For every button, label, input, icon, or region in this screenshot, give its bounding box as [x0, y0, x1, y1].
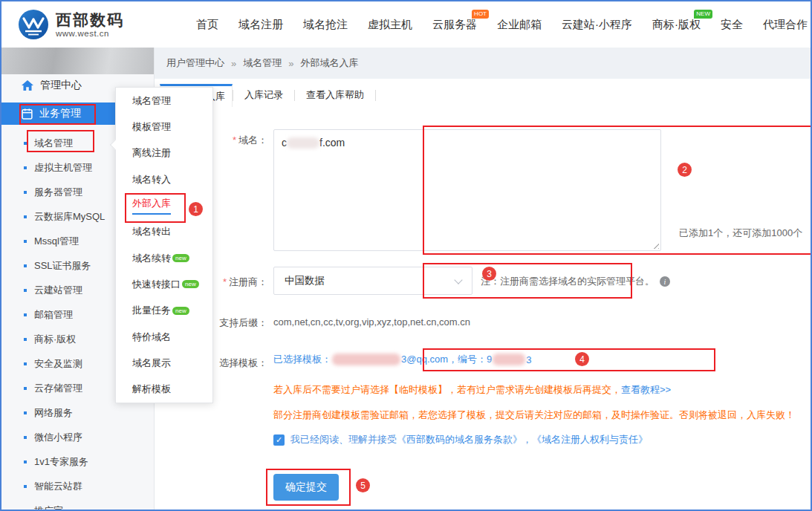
flyout-item-label: 批量任务 [132, 304, 171, 317]
nav-home[interactable]: 首页 [196, 18, 218, 32]
registrar-select[interactable]: 中国数据 [273, 267, 472, 295]
nav-security[interactable]: 安全 [721, 18, 743, 32]
redacted-email [332, 354, 400, 365]
flyout-item-template-management[interactable]: 模板管理 [116, 114, 212, 140]
step-badge-1: 1 [189, 202, 203, 216]
registrar-selected-value: 中国数据 [285, 274, 325, 287]
sidebar-item-label: SSL证书服务 [34, 259, 91, 273]
sidebar-item-label: 虚拟主机管理 [34, 161, 92, 175]
new-badge: new [182, 280, 199, 288]
step-badge-5: 5 [356, 478, 370, 492]
agreement-checkbox[interactable]: ✓ [273, 434, 285, 446]
domain-management-flyout: 域名管理 模板管理 离线注册 域名转入 外部入库 域名转出 域名续转new 快速… [115, 87, 213, 403]
breadcrumb-domain-management[interactable]: 域名管理 [243, 56, 282, 70]
flyout-item-fast-transfer-api[interactable]: 快速转接口new [116, 271, 212, 297]
sidebar-item-label: 云建站管理 [34, 284, 82, 297]
logo-text: 西部数码 www.west.cn [56, 11, 124, 38]
west-logo[interactable]: 西部数码 www.west.cn [18, 9, 124, 40]
registrar-note: 注：注册商需选择域名的实际管理平台。 i [481, 275, 670, 288]
bullet-icon [24, 289, 27, 292]
selected-template-link[interactable]: 已选择模板：3@qq.com，编号：93 [273, 353, 532, 366]
template-tip-text: 若入库后不需要过户请选择【临时模板】，若有过户需求请先创建模板后再提交， [273, 384, 621, 395]
nav-sitebuilder[interactable]: 云建站·小程序 [562, 18, 632, 32]
sidebar-item-smart-cloud[interactable]: 智能云站群 [1, 474, 154, 498]
page: 西部数码 www.west.cn 首页 域名注册 域名抢注 虚拟主机 云服务器H… [0, 0, 812, 511]
bullet-icon [24, 338, 27, 341]
resize-handle-icon[interactable] [652, 241, 659, 249]
tab-import-help[interactable]: 查看入库帮助 [295, 88, 375, 102]
new-badge: new [172, 254, 189, 262]
bullet-icon [24, 387, 27, 390]
nav-agent[interactable]: 代理合作 [763, 18, 808, 32]
flyout-active-label: 外部入库 [132, 197, 171, 215]
info-icon[interactable]: i [660, 276, 670, 287]
flyout-item-label: 快速转接口 [132, 278, 181, 291]
bullet-icon [24, 240, 27, 243]
view-tutorial-link[interactable]: 查看教程>> [621, 384, 671, 395]
new-badge: NEW [694, 10, 712, 19]
nav-cloud-server[interactable]: 云服务器HOT [432, 18, 477, 32]
nav-virtual-host[interactable]: 虚拟主机 [368, 18, 412, 32]
sidebar-home-label: 管理中心 [40, 79, 82, 92]
flyout-item-offline-register[interactable]: 离线注册 [116, 140, 212, 166]
sidebar-item-label: 1v1专家服务 [34, 455, 88, 469]
required-mark: * [233, 134, 236, 146]
flyout-item-batch-tasks[interactable]: 批量任务new [116, 298, 212, 324]
sidebar-item-wechat-miniprogram[interactable]: 微信小程序 [1, 425, 154, 449]
flyout-item-special-price-domains[interactable]: 特价域名 [116, 324, 212, 350]
main-content: 外部域名入库 入库记录 查看入库帮助 *域名： cf.com 已添加1个，还可添… [155, 79, 811, 510]
breadcrumb-user-center[interactable]: 用户管理中心 [166, 56, 224, 70]
sidebar-item-label: 网络服务 [34, 406, 73, 420]
step-badge-3: 3 [482, 267, 496, 281]
redacted-domain [287, 137, 319, 149]
tab-import-records[interactable]: 入库记录 [233, 88, 294, 102]
sidebar-item-expert-service[interactable]: 1v1专家服务 [1, 449, 154, 474]
sidebar-item-label: 智能云站群 [34, 480, 82, 493]
breadcrumb: 用户管理中心 » 域名管理 » 外部域名入库 [155, 48, 811, 79]
bullet-icon [24, 264, 27, 267]
grid-icon [22, 108, 33, 120]
sidebar-item-label: 域名管理 [34, 137, 73, 150]
required-mark: * [223, 276, 227, 287]
breadcrumb-current: 外部域名入库 [300, 56, 358, 70]
bullet-icon [24, 215, 27, 218]
bullet-icon [24, 166, 27, 169]
sidebar-item-label: 微信小程序 [34, 431, 82, 444]
home-icon [22, 80, 33, 91]
sidebar-item-network-service[interactable]: 网络服务 [1, 400, 154, 425]
flyout-item-domain-transfer-in[interactable]: 域名转入 [116, 166, 212, 192]
sidebar-item-label: 商标·版权 [34, 333, 76, 346]
bullet-icon [24, 485, 27, 488]
nav-trademark[interactable]: 商标·版权NEW [652, 18, 701, 32]
bullet-icon [24, 362, 27, 365]
service-terms-link[interactable]: 《西部数码的域名服务条款》 [397, 434, 522, 445]
nav-enterprise-mail[interactable]: 企业邮箱 [497, 18, 542, 32]
domain-label-text: 域名： [238, 134, 267, 146]
registrar-label-text: 注册商： [229, 276, 267, 287]
flyout-item-domain-transfer-out[interactable]: 域名转出 [116, 219, 212, 245]
bullet-icon [24, 411, 27, 414]
breadcrumb-separator: » [231, 58, 236, 69]
top-nav: 首页 域名注册 域名抢注 虚拟主机 云服务器HOT 企业邮箱 云建站·小程序 商… [196, 1, 808, 48]
agreement-prefix: 我已经阅读、理解并接受 [290, 434, 397, 445]
domain-value-end: f.com [319, 137, 345, 149]
sidebar-item-promotion[interactable]: 推广宝 [1, 498, 154, 510]
flyout-item-domain-showcase[interactable]: 域名展示 [116, 350, 212, 376]
domain-counter: 已添加1个，还可添加1000个 [679, 227, 802, 240]
flyout-item-dns-template[interactable]: 解析模板 [116, 377, 212, 403]
sidebar-item-label: Mssql管理 [34, 235, 79, 248]
submit-button[interactable]: 确定提交 [273, 474, 339, 501]
tab-divider [375, 90, 376, 101]
flyout-item-domain-renewal[interactable]: 域名续转new [116, 245, 212, 271]
bullet-icon [24, 436, 27, 439]
top-header: 西部数码 www.west.cn 首页 域名注册 域名抢注 虚拟主机 云服务器H… [1, 1, 811, 48]
nav-domain-register[interactable]: 域名注册 [238, 18, 283, 32]
nav-trademark-label: 商标·版权 [652, 18, 701, 30]
registrant-rights-link[interactable]: 《域名注册人权利与责任》 [532, 434, 648, 445]
flyout-item-domain-management[interactable]: 域名管理 [116, 88, 212, 114]
nav-domain-backorder[interactable]: 域名抢注 [303, 18, 348, 32]
domain-textarea[interactable]: cf.com [273, 129, 661, 251]
step-badge-2: 2 [678, 163, 692, 177]
agreement-text: 我已经阅读、理解并接受《西部数码的域名服务条款》，《域名注册人权利与责任》 [290, 433, 648, 446]
sidebar-item-label: 云数据库MySQL [34, 210, 105, 224]
